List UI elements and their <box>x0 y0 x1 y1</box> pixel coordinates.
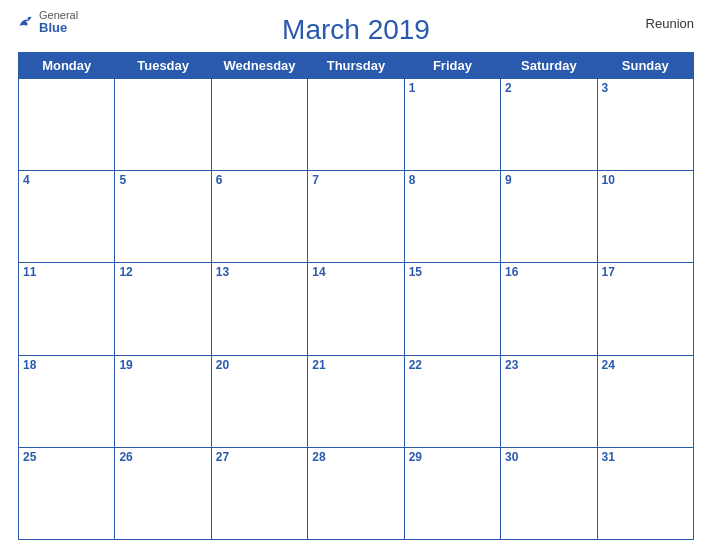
day-number: 7 <box>312 173 399 187</box>
calendar-cell: 24 <box>597 355 693 447</box>
calendar-cell: 7 <box>308 171 404 263</box>
calendar-cell: 20 <box>211 355 307 447</box>
day-number: 16 <box>505 265 592 279</box>
calendar-cell: 14 <box>308 263 404 355</box>
calendar-title: March 2019 <box>282 14 430 46</box>
calendar-cell: 3 <box>597 79 693 171</box>
day-number: 6 <box>216 173 303 187</box>
day-number: 27 <box>216 450 303 464</box>
calendar-cell: 13 <box>211 263 307 355</box>
day-number: 30 <box>505 450 592 464</box>
day-number: 26 <box>119 450 206 464</box>
day-number: 3 <box>602 81 689 95</box>
calendar-table: Monday Tuesday Wednesday Thursday Friday… <box>18 52 694 540</box>
day-number: 20 <box>216 358 303 372</box>
calendar-header: General Blue March 2019 Reunion <box>18 10 694 46</box>
day-number: 8 <box>409 173 496 187</box>
calendar-cell: 29 <box>404 447 500 539</box>
calendar-cell: 16 <box>501 263 597 355</box>
header-friday: Friday <box>404 53 500 79</box>
calendar-body: 1234567891011121314151617181920212223242… <box>19 79 694 540</box>
header-monday: Monday <box>19 53 115 79</box>
day-number: 10 <box>602 173 689 187</box>
calendar-week-row: 11121314151617 <box>19 263 694 355</box>
day-number: 17 <box>602 265 689 279</box>
day-number: 19 <box>119 358 206 372</box>
day-number: 23 <box>505 358 592 372</box>
day-number: 14 <box>312 265 399 279</box>
day-number: 22 <box>409 358 496 372</box>
calendar-cell: 27 <box>211 447 307 539</box>
day-number: 24 <box>602 358 689 372</box>
day-number: 28 <box>312 450 399 464</box>
calendar-cell: 5 <box>115 171 211 263</box>
day-number: 12 <box>119 265 206 279</box>
calendar-cell: 8 <box>404 171 500 263</box>
header-saturday: Saturday <box>501 53 597 79</box>
calendar-cell: 25 <box>19 447 115 539</box>
logo: General Blue <box>18 10 78 34</box>
day-number: 2 <box>505 81 592 95</box>
calendar-cell: 19 <box>115 355 211 447</box>
day-number: 25 <box>23 450 110 464</box>
day-number: 31 <box>602 450 689 464</box>
calendar-cell: 12 <box>115 263 211 355</box>
header-wednesday: Wednesday <box>211 53 307 79</box>
calendar-cell <box>211 79 307 171</box>
day-number: 15 <box>409 265 496 279</box>
calendar-cell: 4 <box>19 171 115 263</box>
calendar-cell: 1 <box>404 79 500 171</box>
calendar-cell: 21 <box>308 355 404 447</box>
day-number: 5 <box>119 173 206 187</box>
calendar-week-row: 18192021222324 <box>19 355 694 447</box>
logo-blue-text: Blue <box>39 21 78 34</box>
calendar-page: General Blue March 2019 Reunion Monday T… <box>0 0 712 550</box>
day-number: 11 <box>23 265 110 279</box>
calendar-week-row: 45678910 <box>19 171 694 263</box>
header-thursday: Thursday <box>308 53 404 79</box>
calendar-cell: 23 <box>501 355 597 447</box>
day-number: 29 <box>409 450 496 464</box>
calendar-cell: 28 <box>308 447 404 539</box>
calendar-cell <box>115 79 211 171</box>
day-number: 9 <box>505 173 592 187</box>
calendar-cell: 15 <box>404 263 500 355</box>
calendar-week-row: 25262728293031 <box>19 447 694 539</box>
calendar-week-row: 123 <box>19 79 694 171</box>
calendar-cell: 26 <box>115 447 211 539</box>
header-tuesday: Tuesday <box>115 53 211 79</box>
header-sunday: Sunday <box>597 53 693 79</box>
day-number: 21 <box>312 358 399 372</box>
day-number: 1 <box>409 81 496 95</box>
calendar-cell: 2 <box>501 79 597 171</box>
logo-bird-icon <box>18 15 36 29</box>
calendar-cell: 10 <box>597 171 693 263</box>
calendar-cell: 11 <box>19 263 115 355</box>
weekday-header-row: Monday Tuesday Wednesday Thursday Friday… <box>19 53 694 79</box>
calendar-cell <box>19 79 115 171</box>
calendar-cell: 30 <box>501 447 597 539</box>
day-number: 13 <box>216 265 303 279</box>
calendar-cell: 17 <box>597 263 693 355</box>
region-label: Reunion <box>646 16 694 31</box>
day-number: 18 <box>23 358 110 372</box>
calendar-cell: 6 <box>211 171 307 263</box>
day-number: 4 <box>23 173 110 187</box>
calendar-cell: 31 <box>597 447 693 539</box>
calendar-cell: 22 <box>404 355 500 447</box>
calendar-cell: 9 <box>501 171 597 263</box>
calendar-cell: 18 <box>19 355 115 447</box>
calendar-cell <box>308 79 404 171</box>
